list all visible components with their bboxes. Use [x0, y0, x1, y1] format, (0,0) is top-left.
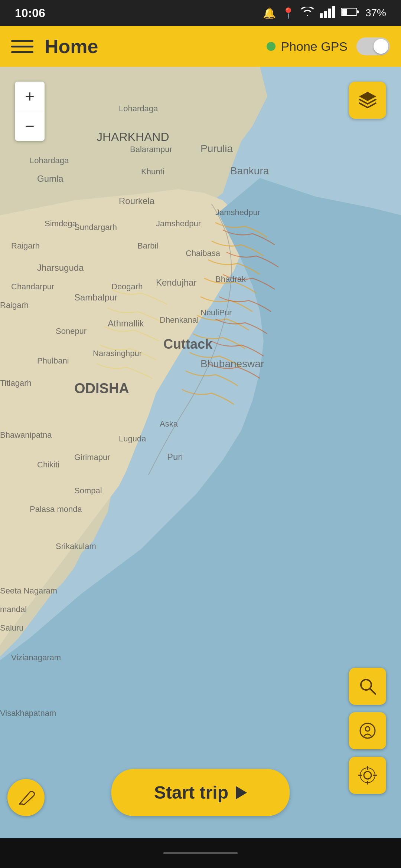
location-status-icon: 📍	[282, 7, 295, 19]
svg-text:Barbil: Barbil	[137, 241, 158, 250]
svg-text:Visakhapatnam: Visakhapatnam	[0, 708, 56, 718]
home-indicator[interactable]	[163, 852, 238, 854]
search-icon	[358, 676, 378, 696]
svg-text:Phulbani: Phulbani	[37, 356, 69, 365]
svg-rect-6	[342, 9, 347, 15]
search-button[interactable]	[349, 668, 386, 705]
svg-point-60	[360, 768, 375, 783]
layers-icon	[356, 89, 379, 111]
svg-text:Cuttack: Cuttack	[163, 336, 213, 352]
edit-button[interactable]	[7, 779, 45, 816]
svg-text:Simdega: Simdega	[45, 219, 77, 228]
svg-text:Saluru: Saluru	[0, 623, 24, 632]
zoom-controls: + −	[15, 82, 45, 141]
svg-point-59	[364, 772, 371, 779]
status-icons: 🔔 📍 37%	[263, 6, 386, 20]
svg-text:Aska: Aska	[160, 419, 178, 428]
svg-text:Balarampur: Balarampur	[130, 145, 172, 154]
wifi-icon	[301, 7, 314, 20]
battery-icon	[341, 7, 359, 19]
menu-icon[interactable]	[11, 35, 33, 57]
play-icon	[236, 786, 247, 799]
svg-text:Palasa monda: Palasa monda	[30, 504, 82, 514]
svg-text:JHARKHAND: JHARKHAND	[97, 130, 169, 144]
map-location-icon	[358, 721, 378, 741]
svg-text:Sundargarh: Sundargarh	[74, 223, 117, 232]
svg-text:Narasinghpur: Narasinghpur	[93, 349, 142, 358]
gps-locate-button[interactable]	[349, 757, 386, 794]
gps-icon	[358, 765, 378, 785]
toggle-thumb	[374, 39, 388, 54]
svg-rect-5	[357, 10, 359, 13]
gps-section: Phone GPS	[267, 37, 390, 55]
status-bar: 10:06 🔔 📍	[0, 0, 401, 26]
svg-text:Bhubaneswar: Bhubaneswar	[200, 358, 264, 369]
svg-text:Bhawanipatna: Bhawanipatna	[0, 430, 52, 440]
svg-text:mandal: mandal	[0, 605, 27, 614]
svg-text:Lohardaga: Lohardaga	[30, 156, 69, 165]
action-buttons	[349, 668, 386, 794]
svg-line-56	[370, 688, 375, 694]
top-bar: Home Phone GPS	[0, 26, 401, 67]
svg-text:Jharsuguda: Jharsuguda	[37, 263, 84, 273]
svg-text:Lohardaga: Lohardaga	[119, 104, 158, 113]
svg-text:Gumla: Gumla	[37, 174, 63, 184]
svg-text:Kendujhar: Kendujhar	[156, 277, 196, 287]
map-container[interactable]: JHARKHAND Purulia Bankura Lohardaga Loha…	[0, 67, 401, 868]
svg-text:Raigarh: Raigarh	[0, 300, 29, 310]
svg-text:Srikakulam: Srikakulam	[56, 542, 96, 551]
battery-text: 37%	[365, 7, 386, 19]
signal-icon	[320, 6, 335, 20]
svg-text:Athmallik: Athmallik	[108, 318, 144, 328]
svg-text:Titlagarh: Titlagarh	[0, 378, 32, 388]
svg-text:Jamshedpur: Jamshedpur	[215, 208, 260, 217]
edit-icon	[16, 788, 36, 808]
svg-rect-1	[324, 11, 327, 18]
svg-rect-3	[332, 6, 335, 18]
svg-text:Jamshedpur: Jamshedpur	[156, 219, 201, 228]
svg-text:Rourkela: Rourkela	[119, 196, 155, 206]
map-svg: JHARKHAND Purulia Bankura Lohardaga Loha…	[0, 67, 401, 868]
svg-rect-2	[328, 9, 331, 18]
gps-toggle[interactable]	[356, 37, 390, 55]
zoom-in-button[interactable]: +	[15, 82, 45, 111]
svg-text:Khunti: Khunti	[141, 167, 164, 176]
svg-text:Dhenkanal: Dhenkanal	[160, 315, 199, 325]
svg-text:Vizianagaram: Vizianagaram	[11, 653, 61, 662]
svg-point-58	[365, 727, 370, 731]
svg-text:Girimapur: Girimapur	[74, 453, 110, 462]
app-title: Home	[45, 35, 267, 57]
svg-text:Puri: Puri	[167, 452, 183, 462]
bottom-nav	[0, 838, 401, 868]
svg-text:Sambalpur: Sambalpur	[74, 292, 117, 302]
svg-text:Purulia: Purulia	[200, 143, 233, 154]
status-time: 10:06	[15, 6, 45, 20]
svg-text:Sonepur: Sonepur	[56, 326, 87, 336]
svg-text:Seeta Nagaram: Seeta Nagaram	[0, 586, 57, 595]
gps-label: Phone GPS	[281, 39, 348, 54]
svg-text:Deogarh: Deogarh	[111, 282, 143, 291]
layers-button[interactable]	[349, 82, 386, 119]
start-trip-button[interactable]: Start trip	[111, 769, 290, 816]
start-trip-label: Start trip	[154, 782, 228, 803]
zoom-out-button[interactable]: −	[15, 111, 45, 141]
svg-rect-0	[320, 13, 323, 18]
svg-text:ODISHA: ODISHA	[74, 381, 129, 396]
svg-text:Raigarh: Raigarh	[11, 241, 40, 250]
gps-active-dot	[267, 42, 276, 51]
svg-text:Chaibasa: Chaibasa	[186, 249, 221, 258]
alarm-icon: 🔔	[263, 7, 276, 19]
svg-text:Chikiti: Chikiti	[37, 460, 59, 469]
svg-text:Chandarpur: Chandarpur	[11, 282, 54, 291]
location-button[interactable]	[349, 712, 386, 749]
svg-text:Sompal: Sompal	[74, 486, 102, 495]
svg-text:Luguda: Luguda	[119, 434, 146, 443]
svg-text:Bankura: Bankura	[230, 165, 269, 177]
